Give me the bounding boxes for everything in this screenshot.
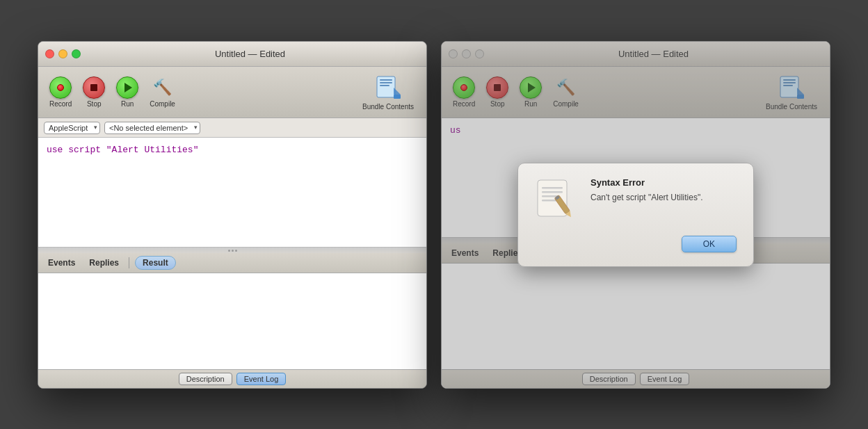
log-tabs-1: Events Replies Result xyxy=(38,253,426,273)
run-icon-1 xyxy=(116,76,138,99)
dialog-message: Can't get script "Alert Utilities". xyxy=(590,192,737,204)
dialog-content: Syntax Error Can't get script "Alert Uti… xyxy=(535,177,737,222)
stop-label-1: Stop xyxy=(87,100,102,108)
svg-rect-13 xyxy=(542,187,563,189)
svg-marker-4 xyxy=(394,88,401,95)
window-title-1: Untitled — Edited xyxy=(81,49,419,59)
traffic-lights-1 xyxy=(45,49,81,58)
stop-icon-1 xyxy=(83,76,105,99)
toolbar-1: Record Stop Run � xyxy=(38,67,426,118)
tab-events-1[interactable]: Events xyxy=(44,257,79,269)
dialog-title: Syntax Error xyxy=(590,177,737,188)
code-editor-1[interactable]: use script "Alert Utilities" xyxy=(38,138,426,248)
bottom-bar-1: Description Event Log xyxy=(38,369,426,388)
language-dropdown-1[interactable]: AppleScript xyxy=(44,122,100,134)
compile-label-1: Compile xyxy=(150,100,175,108)
close-button-1[interactable] xyxy=(45,49,54,58)
svg-rect-14 xyxy=(542,191,563,193)
record-label-1: Record xyxy=(49,100,72,108)
resize-handle-1[interactable] xyxy=(38,248,426,253)
window-1: Untitled — Edited Record Stop xyxy=(38,41,427,389)
svg-rect-5 xyxy=(394,95,401,99)
tab-result-1[interactable]: Result xyxy=(135,256,176,270)
event-log-button-1[interactable]: Event Log xyxy=(236,373,287,385)
record-icon-1 xyxy=(49,76,72,99)
element-dropdown-1[interactable]: <No selected element> xyxy=(104,122,200,134)
dialog-overlay: Syntax Error Can't get script "Alert Uti… xyxy=(442,42,830,388)
syntax-error-dialog: Syntax Error Can't get script "Alert Uti… xyxy=(517,163,754,267)
bundle-button-1[interactable]: Bundle Contents xyxy=(357,71,419,113)
tab-separator-1 xyxy=(129,257,129,268)
language-dropdown-wrap-1[interactable]: AppleScript xyxy=(44,121,100,134)
dialog-ok-button[interactable]: OK xyxy=(682,236,737,252)
tab-replies-1[interactable]: Replies xyxy=(85,257,123,269)
log-area-1[interactable] xyxy=(38,273,426,369)
svg-rect-2 xyxy=(380,82,392,83)
run-label-1: Run xyxy=(121,100,134,108)
description-button-1[interactable]: Description xyxy=(179,373,232,385)
maximize-button-1[interactable] xyxy=(72,49,81,58)
compile-icon-1: 🔨 xyxy=(152,76,174,99)
svg-rect-12 xyxy=(538,180,567,216)
compile-button-1[interactable]: 🔨 Compile xyxy=(145,74,179,111)
stop-button-1[interactable]: Stop xyxy=(79,74,109,111)
minimize-button-1[interactable] xyxy=(58,49,67,58)
svg-rect-1 xyxy=(380,79,392,81)
dialog-icon xyxy=(535,177,579,222)
bundle-label-1: Bundle Contents xyxy=(362,103,414,111)
run-button-1[interactable]: Run xyxy=(112,74,143,111)
dialog-text: Syntax Error Can't get script "Alert Uti… xyxy=(590,177,737,204)
window-2: Untitled — Edited Record Stop xyxy=(441,41,830,389)
dialog-buttons: OK xyxy=(535,236,737,252)
svg-rect-3 xyxy=(380,85,389,86)
code-text-1: use script "Alert Utilities" xyxy=(47,145,198,155)
bundle-icon-1 xyxy=(374,74,402,102)
selector-bar-1: AppleScript <No selected element> xyxy=(38,118,426,138)
element-dropdown-wrap-1[interactable]: <No selected element> xyxy=(104,121,200,134)
title-bar-1: Untitled — Edited xyxy=(38,42,426,67)
record-button-1[interactable]: Record xyxy=(45,74,76,111)
desktop: Untitled — Edited Record Stop xyxy=(0,0,868,429)
